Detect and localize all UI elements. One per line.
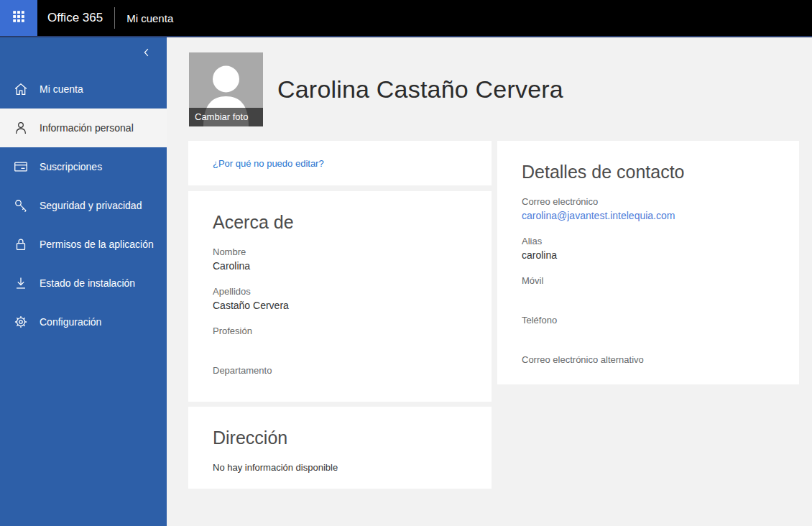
sidebar-item-label: Estado de instalación [40, 277, 135, 289]
about-card: Acerca de Nombre Carolina Apellidos Cast… [188, 191, 492, 402]
email-link[interactable]: carolina@javantest.intelequia.com [522, 208, 775, 223]
sidebar-item-suscripciones[interactable]: Suscripciones [0, 147, 167, 186]
change-photo-button[interactable]: Cambiar foto [189, 108, 263, 126]
field-apellidos: Apellidos Castaño Cervera [213, 285, 467, 313]
lock-icon [13, 236, 29, 252]
topbar-section-title: Mi cuenta [126, 0, 173, 36]
main-content: Cambiar foto Carolina Castaño Cervera ¿P… [167, 37, 812, 526]
field-correo-electronico: Correo electrónico carolina@javantest.in… [522, 195, 775, 223]
sidebar-collapse-row [0, 37, 167, 70]
sidebar-item-permisos-aplicacion[interactable]: Permisos de la aplicación [0, 225, 167, 264]
key-icon [13, 198, 29, 213]
why-cant-edit-link[interactable]: ¿Por qué no puedo editar? [213, 158, 324, 169]
sidebar-item-informacion-personal[interactable]: Información personal [0, 109, 167, 147]
sidebar-item-configuracion[interactable]: Configuración [0, 303, 167, 341]
address-card-title: Dirección [213, 425, 467, 450]
field-correo-alternativo: Correo electrónico alternativo [522, 354, 775, 381]
topbar-divider [114, 7, 115, 29]
credit-card-icon [13, 159, 29, 175]
address-card: Dirección No hay información disponible [188, 407, 492, 489]
sidebar-item-label: Mi cuenta [40, 83, 83, 95]
download-icon [13, 275, 29, 291]
chevron-left-icon [140, 46, 153, 62]
sidebar-item-label: Permisos de la aplicación [40, 239, 154, 250]
sidebar-item-label: Información personal [40, 122, 134, 134]
collapse-sidebar-button[interactable] [139, 46, 154, 62]
person-icon [13, 120, 29, 136]
profile-photo-placeholder[interactable]: Cambiar foto [189, 52, 263, 126]
field-telefono: Teléfono [522, 314, 775, 341]
field-profesion: Profesión [213, 325, 467, 352]
field-nombre: Nombre Carolina [213, 246, 467, 273]
waffle-icon [11, 9, 27, 27]
address-empty-message: No hay información disponible [213, 461, 467, 474]
sidebar-item-mi-cuenta[interactable]: Mi cuenta [0, 70, 167, 109]
office365-brand-link[interactable]: Office 365 [47, 0, 103, 36]
app-launcher-button[interactable] [0, 0, 37, 36]
edit-help-card: ¿Por qué no puedo editar? [188, 141, 492, 185]
sidebar-item-estado-instalacion[interactable]: Estado de instalación [0, 264, 167, 303]
field-alias: Alias carolina [522, 235, 775, 262]
sidebar-item-seguridad-privacidad[interactable]: Seguridad y privacidad [0, 186, 167, 225]
sidebar-item-label: Configuración [40, 316, 101, 328]
home-icon [13, 81, 29, 97]
sidebar-item-label: Seguridad y privacidad [40, 200, 142, 211]
profile-header: Cambiar foto Carolina Castaño Cervera [189, 52, 812, 126]
sidebar-item-label: Suscripciones [40, 161, 102, 172]
topbar: Office 365 Mi cuenta [0, 0, 812, 37]
about-card-title: Acerca de [213, 210, 467, 234]
field-departamento: Departamento [213, 364, 467, 392]
field-movil: Móvil [522, 274, 775, 302]
page-title-user-name: Carolina Castaño Cervera [277, 75, 563, 103]
gear-icon [13, 314, 29, 330]
contact-card: Detalles de contacto Correo electrónico … [497, 141, 799, 384]
sidebar: Mi cuenta Información personal Suscripci… [0, 37, 167, 526]
contact-card-title: Detalles de contacto [522, 160, 775, 184]
